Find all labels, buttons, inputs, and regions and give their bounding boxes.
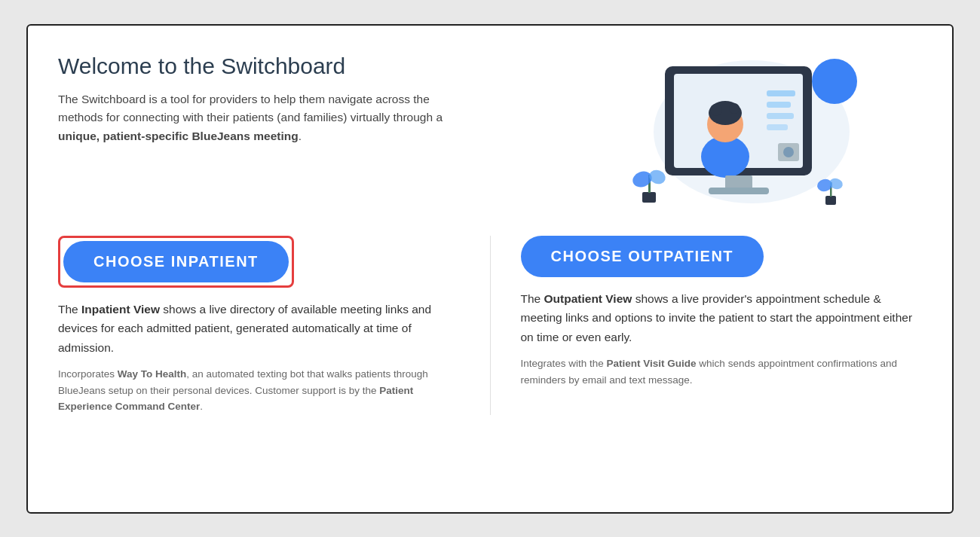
svg-rect-17 (642, 192, 656, 203)
svg-rect-11 (767, 113, 794, 119)
svg-rect-15 (725, 175, 752, 189)
inpatient-description: The Inpatient View shows a live director… (58, 300, 460, 358)
way-to-health-bold: Way To Health (118, 368, 187, 380)
inpatient-sub-description: Incorporates Way To Health, an automated… (58, 366, 460, 415)
svg-rect-9 (767, 90, 795, 96)
svg-rect-21 (825, 196, 836, 205)
welcome-description: The Switchboard is a tool for providers … (58, 90, 450, 146)
outpatient-desc-p1: The (521, 292, 544, 305)
inpatient-column: CHOOSE INPATIENT The Inpatient View show… (58, 236, 460, 415)
desc-part1: The Switchboard is a tool for providers … (58, 93, 443, 124)
outpatient-sub-p1: Integrates with the (521, 358, 607, 369)
outpatient-column: CHOOSE OUTPATIENT The Outpatient View sh… (521, 236, 923, 415)
outpatient-button-wrapper: CHOOSE OUTPATIENT (521, 236, 923, 277)
choose-outpatient-button[interactable]: CHOOSE OUTPATIENT (521, 236, 764, 277)
welcome-title: Welcome to the Switchboard (58, 53, 533, 80)
bottom-section: CHOOSE INPATIENT The Inpatient View show… (58, 236, 922, 415)
svg-point-8 (729, 103, 740, 114)
svg-point-1 (812, 59, 857, 104)
choose-inpatient-button[interactable]: CHOOSE INPATIENT (63, 241, 289, 282)
hero-illustration (620, 53, 861, 215)
intro-text-area: Welcome to the Switchboard The Switchboa… (58, 53, 533, 146)
inpatient-sub-p1: Incorporates (58, 368, 118, 380)
desc-end: . (299, 130, 302, 142)
top-section: Welcome to the Switchboard The Switchboa… (58, 53, 922, 215)
outpatient-view-bold: Outpatient View (544, 292, 632, 305)
inpatient-button-wrapper: CHOOSE INPATIENT (58, 236, 294, 288)
outpatient-sub-description: Integrates with the Patient Visit Guide … (521, 355, 923, 388)
illustration-area (559, 53, 922, 215)
inpatient-desc-p1: The (58, 303, 81, 316)
svg-rect-10 (767, 102, 791, 108)
svg-rect-12 (767, 124, 788, 130)
svg-rect-16 (709, 188, 769, 194)
svg-point-7 (710, 104, 722, 116)
main-card: Welcome to the Switchboard The Switchboa… (26, 24, 954, 514)
column-divider (490, 236, 491, 415)
svg-point-14 (783, 147, 794, 157)
pvg-bold: Patient Visit Guide (607, 358, 697, 369)
inpatient-sub-end: . (200, 401, 203, 412)
desc-bold: unique, patient-specific BlueJeans meeti… (58, 130, 299, 142)
outpatient-description: The Outpatient View shows a live provide… (521, 289, 923, 347)
inpatient-view-bold: Inpatient View (81, 303, 160, 316)
